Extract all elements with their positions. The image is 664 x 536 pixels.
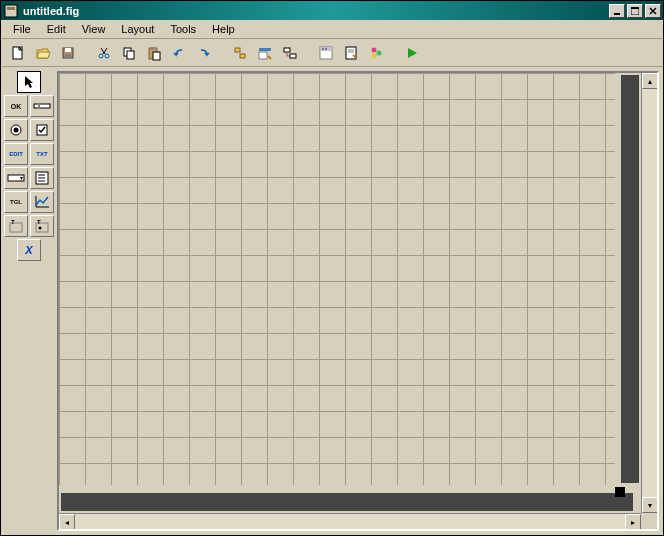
- menu-tools[interactable]: Tools: [162, 21, 204, 37]
- activex-tool[interactable]: X: [17, 239, 41, 261]
- app-icon: [3, 3, 19, 19]
- menu-view[interactable]: View: [74, 21, 114, 37]
- app-window: untitled.fig File Edit View Layout Tools…: [0, 0, 664, 536]
- scroll-right-button[interactable]: ▸: [625, 514, 641, 530]
- panel-icon: T: [8, 219, 24, 233]
- new-icon: [10, 45, 26, 61]
- tool-palette: OK EDIT TXT TGL T T: [1, 67, 57, 535]
- align-icon: [232, 45, 248, 61]
- open-button[interactable]: [32, 42, 54, 64]
- canvas-edge-right: [621, 75, 639, 483]
- tab-order-icon: [282, 45, 298, 61]
- menu-edit[interactable]: Edit: [39, 21, 74, 37]
- panel-tool[interactable]: T: [4, 215, 28, 237]
- scroll-track[interactable]: [642, 89, 657, 497]
- copy-button[interactable]: [118, 42, 140, 64]
- edittext-tool[interactable]: EDIT: [4, 143, 28, 165]
- toolbar-editor-button[interactable]: [315, 42, 337, 64]
- property-inspector-icon: [368, 45, 384, 61]
- redo-button[interactable]: [193, 42, 215, 64]
- svg-rect-28: [322, 48, 324, 50]
- save-button[interactable]: [57, 42, 79, 64]
- radiobutton-tool[interactable]: [4, 119, 28, 141]
- svg-rect-37: [38, 103, 40, 109]
- undo-button[interactable]: [168, 42, 190, 64]
- open-icon: [35, 45, 51, 61]
- svg-point-33: [372, 47, 377, 52]
- menubar: File Edit View Layout Tools Help: [1, 20, 663, 39]
- togglebutton-label: TGL: [10, 199, 22, 205]
- svg-point-35: [372, 53, 377, 58]
- menu-editor-button[interactable]: [254, 42, 276, 64]
- slider-tool[interactable]: [30, 95, 54, 117]
- align-button[interactable]: [229, 42, 251, 64]
- canvas[interactable]: ▴ ▾ ◂ ▸: [59, 73, 657, 529]
- statictext-label: TXT: [36, 151, 47, 157]
- window-buttons: [609, 4, 661, 18]
- scroll-track[interactable]: [75, 514, 625, 529]
- mfile-editor-button[interactable]: [340, 42, 362, 64]
- popupmenu-tool[interactable]: [4, 167, 28, 189]
- save-icon: [60, 45, 76, 61]
- checkbox-icon: [36, 124, 48, 136]
- statictext-tool[interactable]: TXT: [30, 143, 54, 165]
- mfile-editor-icon: [343, 45, 359, 61]
- svg-point-39: [14, 128, 19, 133]
- svg-rect-10: [65, 54, 71, 58]
- svg-rect-23: [259, 52, 267, 59]
- paste-button[interactable]: [143, 42, 165, 64]
- run-button[interactable]: [401, 42, 423, 64]
- svg-rect-21: [240, 54, 245, 58]
- svg-rect-25: [290, 54, 296, 58]
- svg-rect-0: [5, 5, 17, 17]
- svg-text:T: T: [37, 219, 41, 225]
- scroll-up-button[interactable]: ▴: [642, 73, 658, 89]
- edittext-label: EDIT: [9, 151, 23, 157]
- cut-button[interactable]: [93, 42, 115, 64]
- canvas-container: ▴ ▾ ◂ ▸: [57, 71, 659, 531]
- svg-point-52: [39, 227, 42, 230]
- property-inspector-button[interactable]: [365, 42, 387, 64]
- minimize-button[interactable]: [609, 4, 625, 18]
- checkbox-tool[interactable]: [30, 119, 54, 141]
- horizontal-scrollbar[interactable]: ◂ ▸: [59, 513, 641, 529]
- menu-help[interactable]: Help: [204, 21, 243, 37]
- svg-rect-1: [7, 7, 15, 10]
- pointer-tool[interactable]: [17, 71, 41, 93]
- buttongroup-icon: T: [34, 219, 50, 233]
- togglebutton-tool[interactable]: TGL: [4, 191, 28, 213]
- maximize-button[interactable]: [627, 4, 643, 18]
- pointer-icon: [23, 75, 35, 89]
- svg-rect-19: [153, 52, 160, 60]
- svg-text:T: T: [11, 219, 15, 225]
- resize-handle[interactable]: [615, 487, 625, 497]
- main-area: OK EDIT TXT TGL T T: [1, 67, 663, 535]
- tab-order-button[interactable]: [279, 42, 301, 64]
- close-button[interactable]: [645, 4, 661, 18]
- axes-tool[interactable]: [30, 191, 54, 213]
- buttongroup-tool[interactable]: T: [30, 215, 54, 237]
- menu-editor-icon: [257, 45, 273, 61]
- menu-file[interactable]: File: [5, 21, 39, 37]
- menu-layout[interactable]: Layout: [113, 21, 162, 37]
- pushbutton-label: OK: [11, 103, 22, 110]
- undo-icon: [171, 45, 187, 61]
- vertical-scrollbar[interactable]: ▴ ▾: [641, 73, 657, 513]
- scroll-down-button[interactable]: ▾: [642, 497, 658, 513]
- svg-rect-20: [235, 48, 240, 52]
- listbox-icon: [35, 171, 49, 185]
- svg-rect-22: [259, 48, 271, 51]
- svg-rect-18: [151, 47, 155, 50]
- layout-grid: [59, 73, 615, 485]
- pushbutton-tool[interactable]: OK: [4, 95, 28, 117]
- scroll-left-button[interactable]: ◂: [59, 514, 75, 530]
- listbox-tool[interactable]: [30, 167, 54, 189]
- titlebar: untitled.fig: [1, 1, 663, 20]
- svg-rect-2: [614, 13, 620, 15]
- svg-point-34: [377, 50, 382, 55]
- paste-icon: [146, 45, 162, 61]
- run-icon: [404, 45, 420, 61]
- new-button[interactable]: [7, 42, 29, 64]
- svg-rect-29: [325, 48, 327, 50]
- redo-icon: [196, 45, 212, 61]
